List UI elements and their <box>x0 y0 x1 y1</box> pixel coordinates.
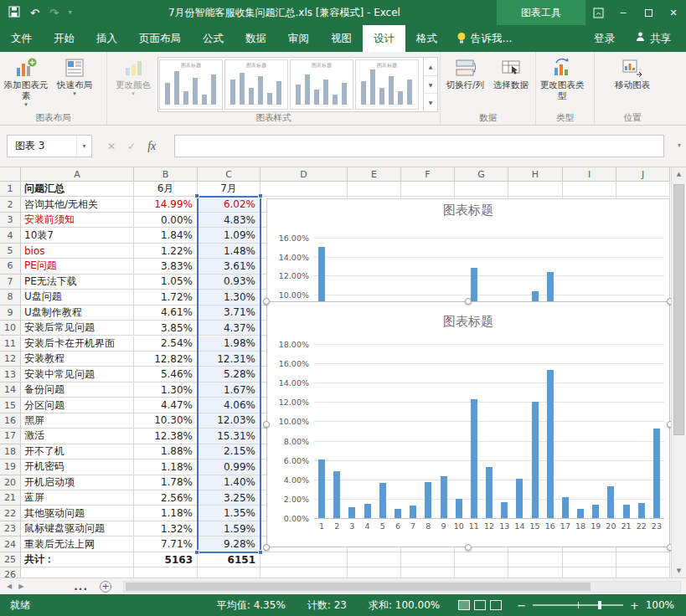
chart-title[interactable]: 图表标题 <box>267 203 669 218</box>
insert-function-icon[interactable]: fx <box>147 140 156 153</box>
cell-B4[interactable]: 1.84% <box>134 228 198 243</box>
row-header-17[interactable]: 17 <box>0 429 21 444</box>
cell-A3[interactable]: 安装前须知 <box>21 213 134 228</box>
chart-selection-handle[interactable] <box>465 298 472 305</box>
cell-C7[interactable]: 0.93% <box>198 275 260 290</box>
bar-22[interactable] <box>638 503 645 518</box>
cell-C14[interactable]: 1.67% <box>198 382 260 398</box>
cell-A8[interactable]: U盘问题 <box>21 290 134 305</box>
cell-A7[interactable]: PE无法下载 <box>21 275 134 290</box>
ribbon-display-options-icon[interactable] <box>585 0 611 25</box>
bar-9[interactable] <box>441 476 447 519</box>
zoom-in-icon[interactable]: + <box>627 599 642 612</box>
cell-B5[interactable]: 1.22% <box>134 244 198 259</box>
cell-D25[interactable] <box>260 552 348 567</box>
gallery-up-icon[interactable]: ▲ <box>424 58 437 76</box>
switch-row-column-button[interactable]: 切换行/列 <box>442 54 488 90</box>
cell-C5[interactable]: 1.48% <box>198 244 260 259</box>
new-sheet-button[interactable]: + <box>100 581 111 593</box>
vertical-scrollbar[interactable]: ▲ ▼ <box>671 167 686 578</box>
cell-I25[interactable] <box>563 552 616 567</box>
row-header-2[interactable]: 2 <box>0 197 21 212</box>
row-header-24[interactable]: 24 <box>0 536 21 552</box>
row-header-4[interactable]: 4 <box>0 228 21 243</box>
bar-2[interactable] <box>333 471 340 518</box>
cell-A25[interactable]: 共计： <box>21 552 134 567</box>
cell-C6[interactable]: 3.61% <box>198 259 260 274</box>
vertical-scroll-thumb[interactable] <box>673 184 684 435</box>
cell-A2[interactable]: 咨询其他/无相关 <box>21 197 134 212</box>
cell-C8[interactable]: 1.30% <box>198 290 260 305</box>
bar-3[interactable] <box>348 507 355 518</box>
column-header-D[interactable]: D <box>260 167 348 182</box>
cell-H1[interactable] <box>508 182 563 197</box>
cell-B21[interactable]: 2.56% <box>134 490 198 506</box>
cell-C12[interactable]: 12.31% <box>198 352 260 367</box>
row-header-7[interactable]: 7 <box>0 275 21 290</box>
cell-A10[interactable]: 安装后常见问题 <box>21 321 134 336</box>
chart-style-thumbnail-3[interactable]: 图表标题 <box>290 59 353 110</box>
cell-C26[interactable] <box>198 567 260 578</box>
cell-B25[interactable]: 5163 <box>134 552 198 567</box>
cell-C24[interactable]: 9.28% <box>198 536 260 552</box>
cell-A12[interactable]: 安装教程 <box>21 352 134 367</box>
row-header-22[interactable]: 22 <box>0 506 21 521</box>
scroll-down-icon[interactable]: ▼ <box>672 564 686 578</box>
row-header-23[interactable]: 23 <box>0 521 21 536</box>
cell-E25[interactable] <box>348 552 401 567</box>
formula-input[interactable] <box>174 135 664 157</box>
row-header-11[interactable]: 11 <box>0 336 21 352</box>
cell-G1[interactable] <box>455 182 508 197</box>
cell-B17[interactable]: 12.38% <box>134 429 198 444</box>
bar-18[interactable] <box>577 509 584 518</box>
cell-C13[interactable]: 5.28% <box>198 367 260 382</box>
cell-C18[interactable]: 2.15% <box>198 444 260 459</box>
range-handle[interactable] <box>194 550 199 555</box>
cell-B19[interactable]: 1.18% <box>134 459 198 475</box>
name-box[interactable]: 图表 3 ▾ <box>7 135 92 157</box>
cell-A11[interactable]: 安装后卡在开机界面 <box>21 336 134 352</box>
column-header-F[interactable]: F <box>401 167 455 182</box>
cell-C4[interactable]: 1.09% <box>198 228 260 243</box>
cell-C2[interactable]: 6.02% <box>198 197 260 212</box>
chart-style-thumbnail-1[interactable]: 图表标题 <box>159 59 223 110</box>
cell-B6[interactable]: 3.83% <box>134 259 198 274</box>
bar-11[interactable] <box>471 399 477 518</box>
cell-D1[interactable] <box>260 182 348 197</box>
cell-E26[interactable] <box>348 567 401 578</box>
gallery-down-icon[interactable]: ▼ <box>424 76 437 95</box>
cell-A20[interactable]: 开机启动项 <box>21 475 134 490</box>
cell-C9[interactable]: 3.71% <box>198 305 260 321</box>
bar-1[interactable] <box>318 459 325 518</box>
cell-J1[interactable] <box>616 182 670 197</box>
column-header-C[interactable]: C <box>198 167 260 182</box>
cell-A15[interactable]: 分区问题 <box>21 398 134 413</box>
bar-6[interactable] <box>395 509 401 518</box>
row-header-21[interactable]: 21 <box>0 490 21 506</box>
row-header-19[interactable]: 19 <box>0 459 21 475</box>
chart-july-selected[interactable]: 图表标题18.00%16.00%14.00%12.00%10.00%8.00%6… <box>266 301 670 547</box>
tab-data[interactable]: 数据 <box>235 25 277 52</box>
cell-E1[interactable] <box>348 182 401 197</box>
bar-15[interactable] <box>532 402 539 518</box>
cell-J26[interactable] <box>616 567 670 578</box>
cell-C16[interactable]: 12.03% <box>198 413 260 429</box>
tab-file[interactable]: 文件 <box>0 25 43 52</box>
tab-design[interactable]: 设计 <box>363 25 405 52</box>
cell-B15[interactable]: 4.47% <box>134 398 198 413</box>
row-header-10[interactable]: 10 <box>0 321 21 336</box>
bar-10[interactable] <box>456 499 462 518</box>
tell-me-box[interactable]: 告诉我... <box>456 25 512 52</box>
scroll-up-icon[interactable]: ▲ <box>672 167 686 181</box>
chart-selection-handle[interactable] <box>465 544 472 551</box>
column-header-B[interactable]: B <box>134 167 198 182</box>
cancel-icon[interactable]: ✕ <box>107 141 116 152</box>
tab-insert[interactable]: 插入 <box>85 25 128 52</box>
cell-B9[interactable]: 4.61% <box>134 305 198 321</box>
cell-C25[interactable]: 6151 <box>198 552 260 567</box>
bar-4[interactable] <box>364 504 371 518</box>
horizontal-scroll-thumb[interactable] <box>126 583 591 591</box>
bar-21[interactable] <box>623 505 630 518</box>
chart-style-thumbnail-2[interactable]: 图表标题 <box>224 59 288 110</box>
chart-title[interactable]: 图表标题 <box>267 314 669 330</box>
